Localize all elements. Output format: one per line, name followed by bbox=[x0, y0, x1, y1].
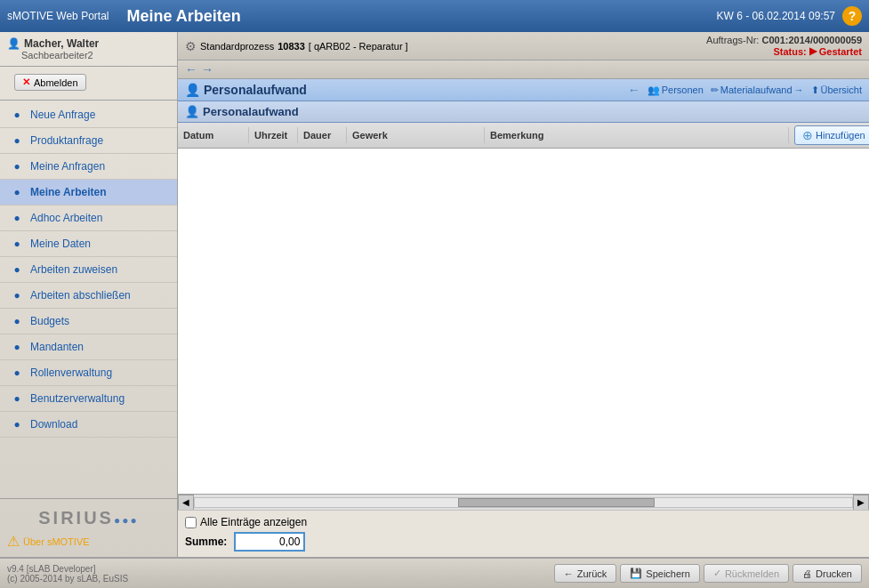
benutzerverwaltung-icon: ● bbox=[9, 391, 25, 407]
drucken-button[interactable]: 🖨Drucken bbox=[793, 564, 862, 583]
uebersicht-link[interactable]: ⬆ Übersicht bbox=[811, 85, 862, 96]
ruckmelden-button: ✓Rückmelden bbox=[704, 564, 789, 583]
meine-daten-icon: ● bbox=[9, 236, 25, 252]
col-dauer: Dauer bbox=[298, 127, 347, 143]
neue-anfrage-icon: ● bbox=[9, 107, 25, 123]
sidebar-item-meine-arbeiten[interactable]: ●Meine Arbeiten bbox=[0, 180, 177, 205]
table-container: Datum Uhrzeit Dauer Gewerk Bemerkung ⊕ H… bbox=[178, 123, 869, 494]
page-title: Meine Arbeiten bbox=[126, 7, 716, 26]
speichern-icon: 💾 bbox=[630, 568, 642, 579]
speichern-button[interactable]: 💾Speichern bbox=[620, 564, 700, 583]
footer: v9.4 [sLAB Developer] (c) 2005-2014 by s… bbox=[0, 557, 869, 588]
alle-checkbox-label[interactable]: Alle Einträge anzeigen bbox=[200, 516, 307, 528]
section-links: ← 👥 Personen ✏ Materialaufwand → ⬆ Übers… bbox=[628, 83, 862, 97]
logout-area: ✕ Abmelden bbox=[0, 67, 177, 98]
sidebar-separator bbox=[0, 100, 177, 101]
zuruck-icon: ← bbox=[564, 568, 574, 579]
budgets-icon: ● bbox=[9, 313, 25, 329]
logout-button[interactable]: ✕ Abmelden bbox=[14, 74, 86, 91]
summe-row: Summe: bbox=[185, 532, 862, 552]
sidebar-item-download[interactable]: ●Download bbox=[0, 412, 177, 438]
help-button[interactable]: ? bbox=[842, 6, 862, 26]
section-nav: 👤 Personalaufwand ← 👥 Personen ✏ Materia… bbox=[178, 79, 869, 101]
scroll-left-arrow[interactable]: ◀ bbox=[178, 495, 194, 511]
forward-arrow[interactable]: → bbox=[201, 62, 213, 77]
sidebar-item-adhoc-arbeiten[interactable]: ●Adhoc Arbeiten bbox=[0, 205, 177, 231]
sidebar-item-produktanfrage[interactable]: ●Produktanfrage bbox=[0, 128, 177, 154]
hinzufugen-button[interactable]: ⊕ Hinzufügen bbox=[794, 125, 869, 145]
header: sMOTIVE Web Portal Meine Arbeiten KW 6 -… bbox=[0, 0, 869, 32]
back-arrow[interactable]: ← bbox=[185, 62, 197, 77]
alle-checkbox-input[interactable] bbox=[185, 517, 197, 528]
sidebar-item-neue-anfrage[interactable]: ●Neue Anfrage bbox=[0, 102, 177, 128]
section-person-icon: 👤 bbox=[185, 83, 200, 97]
download-icon: ● bbox=[9, 416, 25, 432]
drucken-icon: 🖨 bbox=[802, 568, 812, 579]
nav-menu: ●Neue Anfrage●Produktanfrage●Meine Anfra… bbox=[0, 102, 177, 498]
summe-input[interactable] bbox=[234, 532, 305, 552]
materialaufwand-icon: ✏ bbox=[711, 85, 719, 96]
footer-version: v9.4 [sLAB Developer] (c) 2005-2014 by s… bbox=[7, 564, 128, 584]
header-right: KW 6 - 06.02.2014 09:57 ? bbox=[717, 6, 862, 26]
materialaufwand-link[interactable]: ✏ Materialaufwand → bbox=[711, 85, 804, 96]
produktanfrage-icon: ● bbox=[9, 133, 25, 149]
summe-label: Summe: bbox=[185, 536, 227, 548]
personen-link[interactable]: 👥 Personen bbox=[648, 85, 704, 96]
nav-arrows: ← → bbox=[185, 62, 213, 77]
sidebar-item-benutzerverwaltung[interactable]: ●Benutzerverwaltung bbox=[0, 386, 177, 412]
sirius-logo: SIRIUS●●● bbox=[7, 506, 170, 529]
nav-bar: ← → bbox=[178, 60, 869, 79]
about-icon: ⚠ bbox=[7, 533, 20, 550]
user-name: 👤 Macher, Walter bbox=[7, 37, 170, 50]
col-action: ⊕ Hinzufügen bbox=[789, 123, 869, 148]
arbeiten-abschliessen-icon: ● bbox=[9, 287, 25, 303]
about-link[interactable]: ⚠ Über sMOTIVE bbox=[7, 533, 170, 550]
process-bar: ⚙ Standardprozess 10833 [ qARB02 - Repar… bbox=[178, 32, 869, 60]
section-back-arrow[interactable]: ← bbox=[628, 83, 640, 97]
sirius-area: SIRIUS●●● ⚠ Über sMOTIVE bbox=[0, 498, 177, 557]
play-icon: ▶ bbox=[809, 45, 817, 57]
panel-person-icon: 👤 bbox=[185, 105, 199, 118]
status-area: Auftrags-Nr: C001:2014/000000059 Status:… bbox=[706, 35, 862, 57]
materialaufwand-arrow: → bbox=[794, 85, 804, 95]
sidebar-item-meine-anfragen[interactable]: ●Meine Anfragen bbox=[0, 154, 177, 180]
scroll-track[interactable] bbox=[194, 497, 853, 508]
zuruck-button[interactable]: ←Zurück bbox=[554, 564, 617, 583]
panel-header: 👤 Personalaufwand bbox=[178, 101, 869, 123]
mandanten-icon: ● bbox=[9, 339, 25, 355]
col-uhrzeit: Uhrzeit bbox=[249, 127, 298, 143]
sidebar-item-arbeiten-zuweisen[interactable]: ●Arbeiten zuweisen bbox=[0, 257, 177, 283]
logout-x-icon: ✕ bbox=[22, 77, 30, 88]
auftrag-number: Auftrags-Nr: C001:2014/000000059 bbox=[706, 35, 862, 45]
arbeiten-zuweisen-icon: ● bbox=[9, 262, 25, 278]
process-number: 10833 bbox=[278, 41, 305, 52]
scroll-right-arrow[interactable]: ▶ bbox=[853, 495, 869, 511]
uebersicht-icon: ⬆ bbox=[811, 85, 819, 96]
sidebar-item-rollenverwaltung[interactable]: ●Rollenverwaltung bbox=[0, 360, 177, 386]
gear-icon: ⚙ bbox=[185, 39, 197, 53]
ruckmelden-icon: ✓ bbox=[713, 568, 721, 579]
section-title: 👤 Personalaufwand bbox=[185, 83, 307, 97]
sidebar-item-budgets[interactable]: ●Budgets bbox=[0, 309, 177, 334]
adhoc-arbeiten-icon: ● bbox=[9, 210, 25, 226]
process-info: ⚙ Standardprozess 10833 [ qARB02 - Repar… bbox=[185, 39, 408, 53]
plus-icon: ⊕ bbox=[802, 128, 813, 142]
col-datum: Datum bbox=[178, 127, 249, 143]
kw-date: KW 6 - 06.02.2014 09:57 bbox=[717, 10, 835, 22]
status-badge: Status: ▶ Gestartet bbox=[706, 45, 862, 57]
personen-icon: 👥 bbox=[648, 85, 660, 96]
bottom-controls: Alle Einträge anzeigen Summe: bbox=[178, 510, 869, 557]
col-bemerkung: Bemerkung bbox=[485, 127, 789, 143]
sidebar-item-meine-daten[interactable]: ●Meine Daten bbox=[0, 231, 177, 257]
user-area: 👤 Macher, Walter Sachbearbeiter2 bbox=[0, 32, 177, 67]
rollenverwaltung-icon: ● bbox=[9, 365, 25, 381]
horizontal-scrollbar[interactable]: ◀ ▶ bbox=[178, 494, 869, 510]
table-body bbox=[178, 149, 869, 494]
col-gewerk: Gewerk bbox=[347, 127, 485, 143]
sidebar-item-mandanten[interactable]: ●Mandanten bbox=[0, 334, 177, 360]
sidebar-item-arbeiten-abschliessen[interactable]: ●Arbeiten abschließen bbox=[0, 283, 177, 309]
meine-anfragen-icon: ● bbox=[9, 158, 25, 174]
sidebar: 👤 Macher, Walter Sachbearbeiter2 ✕ Abmel… bbox=[0, 32, 178, 557]
table-header: Datum Uhrzeit Dauer Gewerk Bemerkung ⊕ H… bbox=[178, 123, 869, 149]
scroll-thumb[interactable] bbox=[458, 498, 656, 507]
